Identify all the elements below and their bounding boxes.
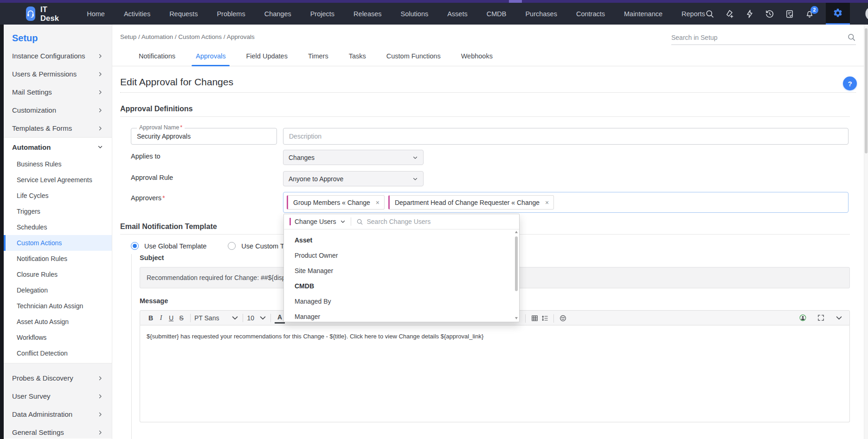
- sidebar-item-service-level-agreements[interactable]: Service Level Agreements: [4, 172, 112, 188]
- nav-activities[interactable]: Activities: [124, 10, 150, 18]
- sidebar-item-business-rules[interactable]: Business Rules: [4, 156, 112, 172]
- notifications-bell-icon[interactable]: 2: [805, 9, 814, 19]
- message-editor-body[interactable]: ${submitter} has requested your recommen…: [140, 325, 850, 422]
- search-icon[interactable]: [847, 33, 856, 42]
- approver-chip[interactable]: Group Members « Change ×: [287, 195, 385, 210]
- page-scrollbar-thumb[interactable]: [865, 28, 868, 153]
- underline-icon[interactable]: U: [166, 312, 176, 324]
- font-size-select[interactable]: 10: [247, 312, 267, 324]
- scroll-up-arrow[interactable]: [515, 231, 518, 233]
- description-input[interactable]: [283, 128, 848, 144]
- use-global-template-radio[interactable]: [131, 242, 139, 250]
- quick-add-icon[interactable]: [725, 9, 734, 19]
- message-label: Message: [140, 297, 168, 305]
- dropdown-search-input[interactable]: [367, 218, 515, 225]
- sidebar-item-probes-discovery[interactable]: Probes & Discovery: [4, 369, 112, 387]
- approver-chip[interactable]: Department Head of Change Requester « Ch…: [388, 195, 554, 210]
- sidebar-item-closure-rules[interactable]: Closure Rules: [4, 267, 112, 282]
- sidebar-item-custom-actions[interactable]: Custom Actions: [4, 235, 112, 251]
- italic-icon[interactable]: I: [156, 312, 166, 324]
- dropdown-option-product-owner[interactable]: Product Owner: [284, 248, 519, 263]
- sidebar-item-technician-auto-assign[interactable]: Technician Auto Assign: [4, 298, 112, 314]
- nav-maintenance[interactable]: Maintenance: [624, 10, 662, 18]
- nav-cmdb[interactable]: CMDB: [487, 10, 507, 18]
- tab-field-updates[interactable]: Field Updates: [244, 46, 289, 66]
- nav-contracts[interactable]: Contracts: [576, 10, 605, 18]
- setup-gear-active[interactable]: [826, 3, 850, 25]
- sidebar-item-asset-auto-assign[interactable]: Asset Auto Assign: [4, 314, 112, 330]
- strikethrough-icon[interactable]: S: [176, 312, 186, 324]
- sidebar-item-automation[interactable]: Automation: [4, 138, 112, 156]
- nav-home[interactable]: Home: [87, 10, 105, 18]
- chevron-down-icon: [97, 144, 103, 150]
- tab-tasks[interactable]: Tasks: [347, 46, 367, 66]
- lightning-icon[interactable]: [745, 9, 754, 19]
- sidebar-item-templates-forms[interactable]: Templates & Forms: [4, 119, 112, 137]
- nav-changes[interactable]: Changes: [264, 10, 291, 18]
- sidebar-item-instance-configurations[interactable]: Instance Configurations: [4, 47, 112, 65]
- approval-name-input[interactable]: [131, 128, 276, 144]
- collapse-toolbar-chevron-icon[interactable]: [834, 312, 844, 324]
- sidebar-item-mail-settings[interactable]: Mail Settings: [4, 83, 112, 101]
- scrollbar-thumb[interactable]: [515, 236, 518, 291]
- use-custom-template-radio[interactable]: [228, 242, 236, 250]
- bold-icon[interactable]: B: [146, 312, 156, 324]
- setup-search-input[interactable]: [671, 34, 847, 41]
- scroll-down-arrow[interactable]: [515, 317, 518, 319]
- nav-problems[interactable]: Problems: [217, 10, 245, 18]
- dropdown-option-site-manager[interactable]: Site Manager: [284, 263, 519, 278]
- applies-to-select[interactable]: Changes: [283, 150, 424, 165]
- nav-solutions[interactable]: Solutions: [401, 10, 429, 18]
- insert-approver-icon[interactable]: [797, 312, 808, 324]
- sidebar-item-notification-rules[interactable]: Notification Rules: [4, 251, 112, 267]
- sidebar-item-life-cycles[interactable]: Life Cycles: [4, 188, 112, 204]
- user-avatar[interactable]: [865, 6, 868, 21]
- sidebar-item-users-permissions[interactable]: Users & Permissions: [4, 65, 112, 83]
- breadcrumb[interactable]: Setup / Automation / Custom Actions / Ap…: [120, 33, 255, 40]
- tab-custom-functions[interactable]: Custom Functions: [385, 46, 442, 66]
- nav-purchases[interactable]: Purchases: [525, 10, 557, 18]
- gear-icon: [833, 8, 843, 18]
- history-icon[interactable]: [765, 9, 774, 19]
- nav-assets[interactable]: Assets: [447, 10, 468, 18]
- chip-remove-icon[interactable]: ×: [545, 199, 549, 206]
- dropdown-group-asset[interactable]: Asset: [284, 232, 519, 248]
- nav-requests[interactable]: Requests: [169, 10, 198, 18]
- nav-reports[interactable]: Reports: [682, 10, 705, 18]
- sidebar-item-conflict-detection[interactable]: Conflict Detection: [4, 345, 112, 361]
- line-spacing-icon[interactable]: [540, 313, 550, 324]
- tab-notifications[interactable]: Notifications: [137, 46, 177, 66]
- sidebar-item-triggers[interactable]: Triggers: [4, 204, 112, 219]
- dropdown-option-managed-by[interactable]: Managed By: [284, 293, 519, 309]
- sidebar-item-general-settings[interactable]: General Settings: [4, 423, 112, 439]
- fullscreen-icon[interactable]: [816, 312, 826, 324]
- dropdown-option-manager[interactable]: Manager: [284, 309, 519, 324]
- dropdown-group-cmdb[interactable]: CMDB: [284, 278, 519, 293]
- chip-remove-icon[interactable]: ×: [376, 199, 379, 206]
- sidebar-item-delegation[interactable]: Delegation: [4, 282, 112, 298]
- change-users-filter[interactable]: Change Users: [295, 218, 346, 225]
- emoji-icon[interactable]: [558, 313, 568, 324]
- search-icon: [356, 218, 363, 225]
- tab-timers[interactable]: Timers: [307, 46, 330, 66]
- filter-accent-bar: [289, 218, 291, 225]
- tab-webhooks[interactable]: Webhooks: [460, 46, 494, 66]
- nav-releases[interactable]: Releases: [354, 10, 381, 18]
- notification-count-badge: 2: [810, 6, 818, 14]
- approval-rule-select[interactable]: Anyone to Approve: [283, 171, 424, 186]
- tab-approvals[interactable]: Approvals: [194, 46, 227, 66]
- app-logo-headset-icon[interactable]: [26, 6, 35, 21]
- nav-projects[interactable]: Projects: [310, 10, 334, 18]
- sidebar-item-data-administration[interactable]: Data Administration: [4, 405, 112, 423]
- sidebar-item-workflows[interactable]: Workflows: [4, 330, 112, 345]
- font-family-select[interactable]: PT Sans: [194, 312, 239, 324]
- insert-table-icon[interactable]: [529, 313, 540, 324]
- sidebar-item-user-survey[interactable]: User Survey: [4, 387, 112, 405]
- approvers-multiselect[interactable]: Group Members « Change × Department Head…: [283, 192, 849, 213]
- sidebar-item-schedules[interactable]: Schedules: [4, 219, 112, 235]
- help-button[interactable]: ?: [843, 76, 857, 90]
- sidebar-item-customization[interactable]: Customization: [4, 101, 112, 119]
- global-search-icon[interactable]: [705, 9, 714, 19]
- chevron-right-icon: [97, 375, 103, 381]
- approvals-clipboard-icon[interactable]: [785, 9, 794, 19]
